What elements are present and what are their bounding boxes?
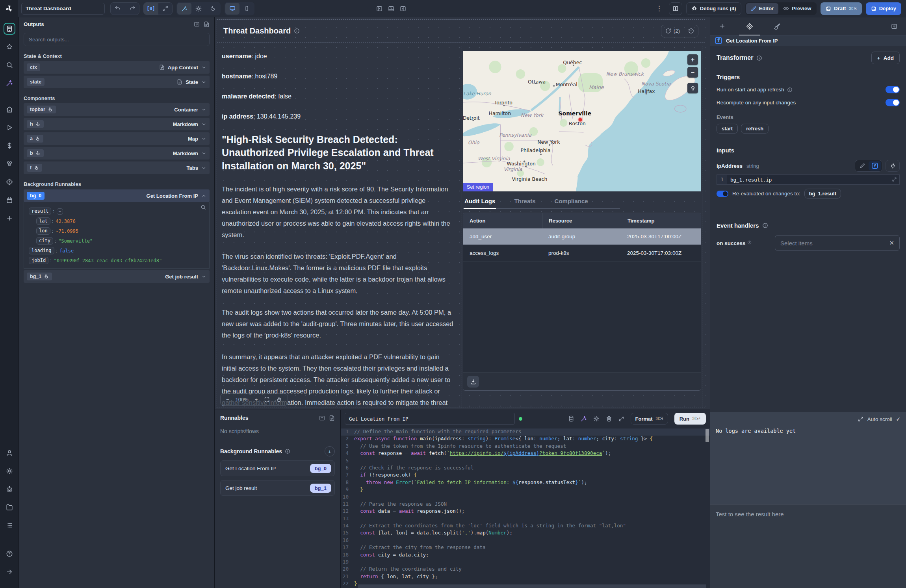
on-success-select[interactable]: Select items ✕ [775,235,900,251]
code-line[interactable]: 6 // Check if the response is successful [341,465,710,472]
code-line[interactable]: 8 throw new Error(`Failed to fetch IP in… [341,479,710,486]
editor-horizontal-scrollbar[interactable] [358,584,706,588]
event-chip-start[interactable]: start [717,124,738,134]
resources-icon[interactable] [4,158,15,170]
recompute-toggle[interactable] [886,99,900,106]
collapse-panel-icon[interactable] [194,21,200,27]
download-csv-button[interactable] [467,376,479,388]
desktop-view-button[interactable] [225,3,239,15]
docs-button[interactable] [669,2,682,15]
connect-input-button[interactable] [886,160,900,172]
settings-gear-icon[interactable] [4,465,15,477]
collapse-rail-icon[interactable] [4,566,15,578]
map-zoom-out-button[interactable]: − [687,67,698,78]
redo-button[interactable] [125,3,139,15]
output-row-h[interactable]: h Markdown [24,118,210,130]
editor-settings-icon[interactable] [593,415,600,422]
table-row[interactable]: add_user audit-group 2025-03-30T17:00:00… [463,228,701,245]
code-area[interactable]: 1// Define the main function with the re… [341,427,710,588]
tab-threats[interactable]: Threats [513,195,536,209]
draft-button[interactable]: Draft⌘S [821,2,861,15]
code-line[interactable]: 9 } [341,486,710,493]
code-line[interactable]: 11 // Parse the response as JSON [341,501,710,508]
search-icon[interactable] [4,59,15,71]
collapse-right-panel-icon[interactable] [891,23,897,30]
markdown-column[interactable]: usernamejdoe hostnamehost789 malware det… [220,46,458,408]
code-line[interactable]: 16 [341,537,710,544]
output-row-f[interactable]: f Tabs [24,161,210,174]
toggle-left-panel-icon[interactable] [376,6,382,12]
add-runnable-button[interactable]: + [325,446,335,456]
run-on-start-toggle[interactable] [886,86,900,93]
preview-tab[interactable]: Preview [778,3,816,14]
zoom-out-button[interactable]: − [226,397,229,403]
favorites-star-icon[interactable] [4,41,15,53]
expand-editor-icon[interactable] [618,416,624,422]
style-tab[interactable] [774,17,781,35]
deploy-button[interactable]: Deploy [866,2,901,15]
code-line[interactable]: 14 // Extract the coordinates from the '… [341,523,710,530]
static-mode-button[interactable] [856,161,869,171]
event-chip-refresh[interactable]: refresh [741,124,769,134]
code-line[interactable]: 20 // Return the coordinates and city [341,566,710,573]
code-line[interactable]: 21 return { lon, lat, city }; [341,573,710,581]
ai-edit-icon[interactable] [581,415,587,422]
code-line[interactable]: 12 const data = await response.json(); [341,508,710,515]
output-row-b[interactable]: b Markdown [24,147,210,160]
app-editor-icon[interactable] [4,23,15,35]
dark-theme-button[interactable] [206,3,220,15]
pan-tool-button[interactable] [276,397,282,403]
dependency-chip[interactable]: bg_1.result [804,189,841,198]
ai-wand-button[interactable] [177,3,191,15]
more-menu-button[interactable]: ⋮ [654,4,665,13]
json-search-icon[interactable] [201,204,206,210]
expression-mode-button[interactable]: f [869,161,881,171]
reevaluate-toggle[interactable] [717,191,728,197]
code-line[interactable]: 18 const city = data.city; [341,552,710,559]
format-button[interactable]: Format⌘S [631,413,668,425]
bot-icon[interactable] [4,483,15,495]
code-line[interactable]: 4 const response = await fetch(`https://… [341,450,710,457]
app-canvas[interactable]: Threat Dashboard (2) usernamejdoe hostna… [215,17,710,410]
code-line[interactable]: 15 const [lat, lon] = data.loc.split(','… [341,530,710,537]
clear-select-icon[interactable]: ✕ [889,239,894,247]
audit-logs-icon[interactable] [4,519,15,531]
help-icon[interactable] [4,548,15,560]
toggle-bottom-panel-icon[interactable] [388,6,394,12]
search-outputs-input[interactable]: Search outputs... [24,33,210,46]
run-button[interactable]: Run⌘↵ [674,413,706,425]
fit-view-button[interactable] [264,397,270,403]
home-icon[interactable] [4,104,15,115]
code-line[interactable]: 10 [341,494,710,501]
runnable-item-bg0[interactable]: Get Location From IP bg_0 [220,460,335,476]
app-title-input[interactable]: Threat Dashboard [21,3,105,15]
code-line[interactable]: 17 // Extract the city from the response… [341,544,710,551]
table-row[interactable]: access_logs prod-k8s 2025-03-30T17:03:00… [463,245,701,262]
history-button[interactable] [684,25,698,37]
ai-assistant-icon[interactable] [4,77,15,89]
delete-script-icon[interactable] [606,415,612,422]
runnables-doc-icon[interactable] [329,415,335,421]
code-line[interactable]: 13 [341,516,710,523]
folders-icon[interactable] [4,501,15,513]
add-transformer-button[interactable]: +Add [871,52,900,64]
output-row-ctx[interactable]: ctx App Context [24,61,210,74]
expand-logs-icon[interactable] [858,416,863,422]
output-row-a[interactable]: a Map [24,132,210,145]
autoscroll-checkbox[interactable]: ✓ [896,416,900,422]
code-line[interactable]: 7 if (!response.ok) { [341,472,710,479]
resource-db-icon[interactable] [568,415,574,422]
output-row-bg0[interactable]: bg_0 Get Location From IP [24,189,210,202]
error-handler-icon[interactable] [4,176,15,188]
windmill-logo[interactable] [0,0,18,17]
undo-button[interactable] [111,3,125,15]
code-line[interactable]: 3 // Use the token from the Ipinfo resou… [341,443,710,450]
code-line[interactable]: 2export async function main(ipAddress: s… [341,436,710,443]
component-settings-tab[interactable] [746,17,753,35]
map-zoom-in-button[interactable]: + [687,54,698,65]
output-row-topbar[interactable]: topbar Container [24,103,210,116]
debug-runs-button[interactable]: Debug runs (4) [686,2,741,15]
runs-icon[interactable] [4,122,15,134]
app-topbar-component[interactable]: Threat Dashboard (2) [217,20,705,43]
user-icon[interactable] [4,447,15,459]
